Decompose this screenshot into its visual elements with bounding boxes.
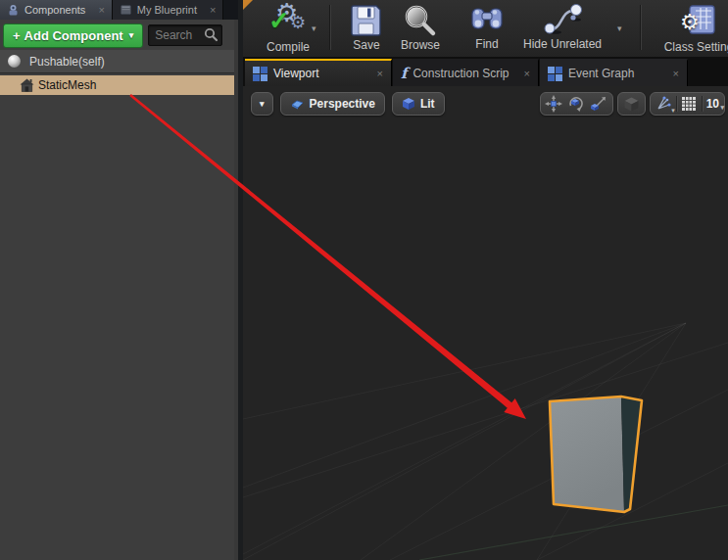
close-icon[interactable]: × — [210, 5, 216, 16]
blueprint-editor-window: Components × My Blueprint × +Add Compone… — [0, 0, 728, 560]
viewport-tab-icon — [253, 67, 267, 81]
lit-label: Lit — [420, 97, 435, 111]
component-search — [148, 24, 222, 46]
tree-row-label: Pushable(self) — [29, 55, 105, 69]
static-mesh-icon — [20, 78, 34, 92]
rotate-icon — [567, 95, 585, 113]
save-label: Save — [353, 38, 379, 52]
rotation-snap-icon — [655, 96, 672, 112]
toolbar-separator — [329, 5, 330, 50]
caret-down-icon: ▾ — [129, 30, 134, 40]
scale-icon — [590, 95, 607, 113]
browse-label: Browse — [401, 38, 440, 52]
class-settings-icon: ⚙ — [684, 4, 719, 39]
grid-size-button[interactable]: 10 ▾ — [704, 97, 722, 111]
lit-cube-icon — [402, 97, 415, 111]
move-icon — [545, 95, 562, 113]
grid-snap-button[interactable] — [678, 94, 701, 114]
world-space-cube-icon — [623, 96, 640, 113]
hide-unrelated-button[interactable]: Hide Unrelated — [515, 4, 609, 51]
coordinate-space-button[interactable] — [617, 92, 646, 116]
scale-tool-button[interactable] — [588, 94, 610, 114]
lit-mode-button[interactable]: Lit — [392, 92, 445, 116]
find-button[interactable]: Find — [464, 4, 510, 51]
tab-label: Viewport — [273, 67, 318, 80]
move-tool-button[interactable] — [543, 94, 565, 114]
hide-unrelated-dropdown-caret[interactable]: ▾ — [617, 23, 622, 33]
tab-components[interactable]: Components × — [0, 0, 113, 20]
static-mesh-cube[interactable] — [243, 86, 728, 560]
tab-viewport[interactable]: Viewport × — [245, 59, 392, 86]
hide-unrelated-icon — [541, 4, 584, 36]
compile-icon: ⚙ ⚙ ✓ — [269, 4, 307, 39]
class-settings-label: Class Settings — [664, 40, 728, 54]
components-icon — [7, 4, 20, 17]
caret-down-icon: ▾ — [260, 99, 265, 109]
viewport-right-controls: ▾ 10 ▾ — [540, 92, 725, 116]
tab-label: My Blueprint — [137, 4, 197, 16]
check-icon: ✓ — [268, 6, 290, 36]
transform-tool-group — [540, 92, 613, 116]
viewport-left-controls: ▾ Perspective Lit — [251, 92, 445, 116]
tree-row-label: StaticMesh — [38, 78, 96, 92]
cube-front-face — [550, 397, 624, 512]
rotate-tool-button[interactable] — [565, 94, 588, 114]
find-label: Find — [475, 37, 498, 51]
pill-separator — [676, 96, 677, 112]
viewport-3d[interactable]: ▾ Perspective Lit — [243, 86, 728, 560]
add-component-button[interactable]: +Add Component▾ — [3, 23, 143, 48]
tree-row-static-mesh[interactable]: StaticMesh — [0, 75, 235, 95]
sphere-icon — [8, 55, 21, 68]
find-icon — [469, 4, 505, 36]
document-tab-bar: Viewport × f Construction Scrip × Event … — [243, 57, 728, 86]
rotation-snap-button[interactable]: ▾ — [653, 94, 675, 114]
search-icon — [204, 27, 218, 42]
grid-size-value: 10 — [706, 97, 719, 111]
caret-down-icon: ▾ — [671, 107, 675, 115]
save-icon — [351, 4, 382, 37]
add-component-label: Add Component — [24, 28, 123, 43]
components-panel: Components × My Blueprint × +Add Compone… — [0, 0, 238, 560]
compile-dropdown-caret[interactable]: ▾ — [312, 23, 316, 33]
class-settings-button[interactable]: ⚙ Class Settings — [662, 4, 728, 54]
close-icon[interactable]: × — [377, 69, 383, 79]
browse-icon — [403, 4, 438, 37]
add-component-row: +Add Component▾ — [0, 22, 238, 49]
search-input[interactable] — [153, 26, 206, 44]
browse-button[interactable]: Browse — [392, 4, 449, 52]
tab-label: Construction Scrip — [413, 67, 509, 80]
tab-my-blueprint[interactable]: My Blueprint × — [113, 0, 224, 20]
hide-unrelated-label: Hide Unrelated — [523, 37, 602, 51]
gear-icon: ⚙ — [290, 12, 306, 33]
toolbar-separator — [640, 5, 641, 50]
pill-separator — [702, 96, 703, 112]
panel-tab-strip: Components × My Blueprint × — [0, 0, 238, 20]
perspective-label: Perspective — [310, 97, 375, 111]
snap-settings-group: ▾ 10 ▾ — [650, 92, 725, 116]
tree-row-pushable[interactable]: Pushable(self) — [0, 50, 235, 73]
viewport-options-button[interactable]: ▾ — [251, 92, 273, 116]
save-button[interactable]: Save — [341, 4, 392, 52]
tab-label: Components — [24, 4, 85, 16]
tab-event-graph[interactable]: Event Graph × — [540, 59, 688, 86]
main-toolbar: ⚙ ⚙ ✓ Compile ▾ Save — [243, 0, 728, 58]
caret-down-icon: ▾ — [720, 104, 724, 112]
compile-label: Compile — [267, 40, 310, 54]
close-icon[interactable]: × — [673, 69, 679, 79]
tab-label: Event Graph — [568, 67, 634, 80]
close-icon[interactable]: × — [98, 5, 104, 16]
perspective-button[interactable]: Perspective — [280, 92, 385, 116]
function-icon: f — [401, 65, 407, 82]
blueprint-book-icon — [120, 4, 132, 16]
close-icon[interactable]: × — [524, 69, 530, 79]
tab-construction-script[interactable]: f Construction Scrip × — [393, 59, 539, 86]
grid-icon — [681, 96, 697, 112]
gear-icon: ⚙ — [680, 10, 700, 35]
plus-icon: + — [13, 28, 21, 43]
event-graph-tab-icon — [548, 67, 562, 81]
perspective-icon — [290, 99, 305, 110]
